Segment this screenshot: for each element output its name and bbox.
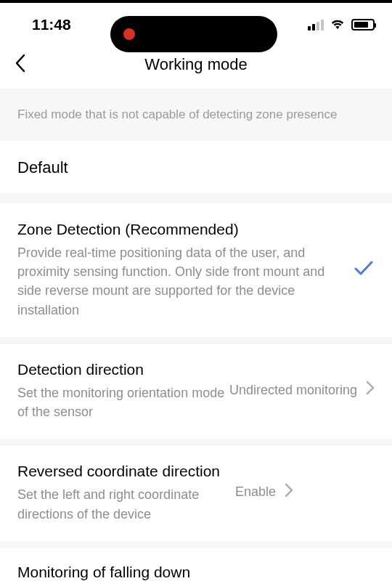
detection-direction-title: Detection direction [17,359,229,379]
detection-direction-row[interactable]: Detection direction Set the monitoring o… [0,344,392,439]
section-gap [0,337,392,343]
info-banner: Fixed mode that is not capable of detect… [0,89,392,141]
zone-detection-desc: Provide real-time positioning data of th… [17,243,344,319]
detection-direction-desc: Set the monitoring orientation mode of t… [17,383,229,421]
section-gap [0,439,392,444]
falling-down-title: Monitoring of falling down [17,562,375,581]
reversed-coordinate-desc: Set the left and right coordinate direct… [17,485,235,523]
reversed-coordinate-value: Enable [235,484,276,500]
status-time: 11:48 [32,16,71,33]
chevron-right-icon [366,381,375,399]
cellular-signal-icon [308,20,324,31]
section-gap [0,541,392,547]
battery-icon [351,19,375,31]
reversed-coordinate-title: Reversed coordinate direction [17,461,235,481]
recording-indicator-icon [123,28,135,40]
page-title: Working mode [0,55,392,74]
chevron-right-icon [285,483,293,502]
checkmark-icon [353,259,375,280]
zone-detection-title: Zone Detection (Recommended) [17,219,344,239]
reversed-coordinate-row[interactable]: Reversed coordinate direction Set the le… [0,445,392,540]
status-bar: 11:48 [0,3,392,46]
wifi-icon [330,17,346,33]
status-icons [308,17,375,33]
zone-detection-row[interactable]: Zone Detection (Recommended) Provide rea… [0,203,392,337]
default-mode-row[interactable]: Default [0,141,392,193]
nav-header: Working mode [0,46,392,89]
detection-direction-value: Undirected monitoring [229,383,357,398]
section-gap [0,193,392,203]
falling-down-row[interactable]: Monitoring of falling down It may be use… [0,548,392,581]
back-button[interactable] [15,54,26,76]
